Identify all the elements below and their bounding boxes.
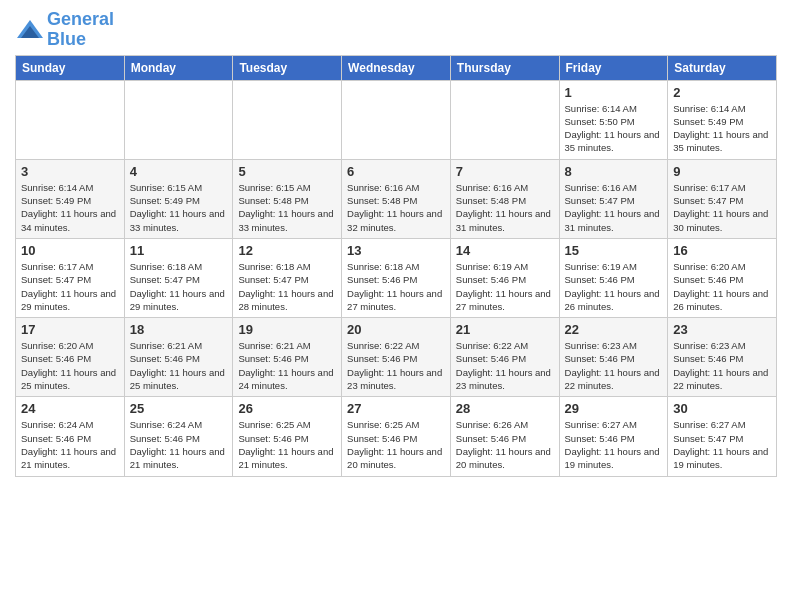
calendar: SundayMondayTuesdayWednesdayThursdayFrid…	[15, 55, 777, 477]
day-info: Sunrise: 6:18 AM Sunset: 5:47 PM Dayligh…	[238, 260, 336, 313]
day-number: 24	[21, 401, 119, 416]
day-number: 25	[130, 401, 228, 416]
day-info: Sunrise: 6:20 AM Sunset: 5:46 PM Dayligh…	[673, 260, 771, 313]
calendar-cell: 21Sunrise: 6:22 AM Sunset: 5:46 PM Dayli…	[450, 318, 559, 397]
page-container: General Blue SundayMondayTuesdayWednesda…	[0, 0, 792, 487]
day-info: Sunrise: 6:24 AM Sunset: 5:46 PM Dayligh…	[21, 418, 119, 471]
day-number: 12	[238, 243, 336, 258]
day-info: Sunrise: 6:19 AM Sunset: 5:46 PM Dayligh…	[565, 260, 663, 313]
day-info: Sunrise: 6:16 AM Sunset: 5:48 PM Dayligh…	[347, 181, 445, 234]
day-info: Sunrise: 6:15 AM Sunset: 5:49 PM Dayligh…	[130, 181, 228, 234]
calendar-cell	[124, 80, 233, 159]
calendar-cell: 29Sunrise: 6:27 AM Sunset: 5:46 PM Dayli…	[559, 397, 668, 476]
day-info: Sunrise: 6:14 AM Sunset: 5:49 PM Dayligh…	[673, 102, 771, 155]
day-number: 7	[456, 164, 554, 179]
day-number: 4	[130, 164, 228, 179]
calendar-cell: 22Sunrise: 6:23 AM Sunset: 5:46 PM Dayli…	[559, 318, 668, 397]
day-info: Sunrise: 6:26 AM Sunset: 5:46 PM Dayligh…	[456, 418, 554, 471]
logo: General Blue	[15, 10, 114, 50]
day-info: Sunrise: 6:21 AM Sunset: 5:46 PM Dayligh…	[130, 339, 228, 392]
day-number: 17	[21, 322, 119, 337]
day-number: 13	[347, 243, 445, 258]
calendar-body: 1Sunrise: 6:14 AM Sunset: 5:50 PM Daylig…	[16, 80, 777, 476]
calendar-cell: 23Sunrise: 6:23 AM Sunset: 5:46 PM Dayli…	[668, 318, 777, 397]
day-number: 3	[21, 164, 119, 179]
week-row-3: 17Sunrise: 6:20 AM Sunset: 5:46 PM Dayli…	[16, 318, 777, 397]
calendar-cell: 6Sunrise: 6:16 AM Sunset: 5:48 PM Daylig…	[342, 159, 451, 238]
day-info: Sunrise: 6:23 AM Sunset: 5:46 PM Dayligh…	[565, 339, 663, 392]
day-number: 1	[565, 85, 663, 100]
logo-line2: Blue	[47, 30, 114, 50]
week-row-2: 10Sunrise: 6:17 AM Sunset: 5:47 PM Dayli…	[16, 238, 777, 317]
calendar-cell: 18Sunrise: 6:21 AM Sunset: 5:46 PM Dayli…	[124, 318, 233, 397]
day-number: 18	[130, 322, 228, 337]
day-number: 2	[673, 85, 771, 100]
week-row-4: 24Sunrise: 6:24 AM Sunset: 5:46 PM Dayli…	[16, 397, 777, 476]
calendar-cell: 15Sunrise: 6:19 AM Sunset: 5:46 PM Dayli…	[559, 238, 668, 317]
day-info: Sunrise: 6:25 AM Sunset: 5:46 PM Dayligh…	[347, 418, 445, 471]
calendar-cell: 25Sunrise: 6:24 AM Sunset: 5:46 PM Dayli…	[124, 397, 233, 476]
day-info: Sunrise: 6:16 AM Sunset: 5:47 PM Dayligh…	[565, 181, 663, 234]
day-number: 27	[347, 401, 445, 416]
calendar-cell: 24Sunrise: 6:24 AM Sunset: 5:46 PM Dayli…	[16, 397, 125, 476]
day-of-week-sunday: Sunday	[16, 55, 125, 80]
day-info: Sunrise: 6:17 AM Sunset: 5:47 PM Dayligh…	[21, 260, 119, 313]
day-number: 19	[238, 322, 336, 337]
day-number: 30	[673, 401, 771, 416]
calendar-cell	[342, 80, 451, 159]
day-of-week-wednesday: Wednesday	[342, 55, 451, 80]
week-row-0: 1Sunrise: 6:14 AM Sunset: 5:50 PM Daylig…	[16, 80, 777, 159]
calendar-cell: 9Sunrise: 6:17 AM Sunset: 5:47 PM Daylig…	[668, 159, 777, 238]
day-info: Sunrise: 6:14 AM Sunset: 5:50 PM Dayligh…	[565, 102, 663, 155]
day-info: Sunrise: 6:21 AM Sunset: 5:46 PM Dayligh…	[238, 339, 336, 392]
calendar-cell	[16, 80, 125, 159]
day-number: 29	[565, 401, 663, 416]
day-info: Sunrise: 6:15 AM Sunset: 5:48 PM Dayligh…	[238, 181, 336, 234]
calendar-cell: 1Sunrise: 6:14 AM Sunset: 5:50 PM Daylig…	[559, 80, 668, 159]
day-info: Sunrise: 6:23 AM Sunset: 5:46 PM Dayligh…	[673, 339, 771, 392]
day-of-week-thursday: Thursday	[450, 55, 559, 80]
day-info: Sunrise: 6:22 AM Sunset: 5:46 PM Dayligh…	[456, 339, 554, 392]
day-number: 28	[456, 401, 554, 416]
day-of-week-tuesday: Tuesday	[233, 55, 342, 80]
day-info: Sunrise: 6:16 AM Sunset: 5:48 PM Dayligh…	[456, 181, 554, 234]
day-info: Sunrise: 6:17 AM Sunset: 5:47 PM Dayligh…	[673, 181, 771, 234]
calendar-header: SundayMondayTuesdayWednesdayThursdayFrid…	[16, 55, 777, 80]
day-number: 8	[565, 164, 663, 179]
day-number: 9	[673, 164, 771, 179]
calendar-cell: 11Sunrise: 6:18 AM Sunset: 5:47 PM Dayli…	[124, 238, 233, 317]
logo-line1: General	[47, 10, 114, 30]
calendar-cell: 5Sunrise: 6:15 AM Sunset: 5:48 PM Daylig…	[233, 159, 342, 238]
day-number: 22	[565, 322, 663, 337]
calendar-cell: 20Sunrise: 6:22 AM Sunset: 5:46 PM Dayli…	[342, 318, 451, 397]
calendar-cell: 26Sunrise: 6:25 AM Sunset: 5:46 PM Dayli…	[233, 397, 342, 476]
calendar-cell: 14Sunrise: 6:19 AM Sunset: 5:46 PM Dayli…	[450, 238, 559, 317]
day-info: Sunrise: 6:20 AM Sunset: 5:46 PM Dayligh…	[21, 339, 119, 392]
day-info: Sunrise: 6:27 AM Sunset: 5:46 PM Dayligh…	[565, 418, 663, 471]
day-number: 26	[238, 401, 336, 416]
day-number: 20	[347, 322, 445, 337]
logo-icon	[15, 18, 45, 42]
day-info: Sunrise: 6:18 AM Sunset: 5:46 PM Dayligh…	[347, 260, 445, 313]
calendar-cell: 10Sunrise: 6:17 AM Sunset: 5:47 PM Dayli…	[16, 238, 125, 317]
day-number: 6	[347, 164, 445, 179]
day-number: 21	[456, 322, 554, 337]
day-info: Sunrise: 6:22 AM Sunset: 5:46 PM Dayligh…	[347, 339, 445, 392]
calendar-cell: 2Sunrise: 6:14 AM Sunset: 5:49 PM Daylig…	[668, 80, 777, 159]
calendar-cell: 12Sunrise: 6:18 AM Sunset: 5:47 PM Dayli…	[233, 238, 342, 317]
day-number: 10	[21, 243, 119, 258]
day-number: 14	[456, 243, 554, 258]
day-number: 11	[130, 243, 228, 258]
day-info: Sunrise: 6:18 AM Sunset: 5:47 PM Dayligh…	[130, 260, 228, 313]
days-of-week-row: SundayMondayTuesdayWednesdayThursdayFrid…	[16, 55, 777, 80]
header: General Blue	[15, 10, 777, 50]
calendar-cell: 19Sunrise: 6:21 AM Sunset: 5:46 PM Dayli…	[233, 318, 342, 397]
day-info: Sunrise: 6:27 AM Sunset: 5:47 PM Dayligh…	[673, 418, 771, 471]
calendar-cell: 7Sunrise: 6:16 AM Sunset: 5:48 PM Daylig…	[450, 159, 559, 238]
calendar-cell: 16Sunrise: 6:20 AM Sunset: 5:46 PM Dayli…	[668, 238, 777, 317]
day-info: Sunrise: 6:14 AM Sunset: 5:49 PM Dayligh…	[21, 181, 119, 234]
day-of-week-friday: Friday	[559, 55, 668, 80]
day-number: 23	[673, 322, 771, 337]
calendar-cell: 27Sunrise: 6:25 AM Sunset: 5:46 PM Dayli…	[342, 397, 451, 476]
calendar-cell: 28Sunrise: 6:26 AM Sunset: 5:46 PM Dayli…	[450, 397, 559, 476]
